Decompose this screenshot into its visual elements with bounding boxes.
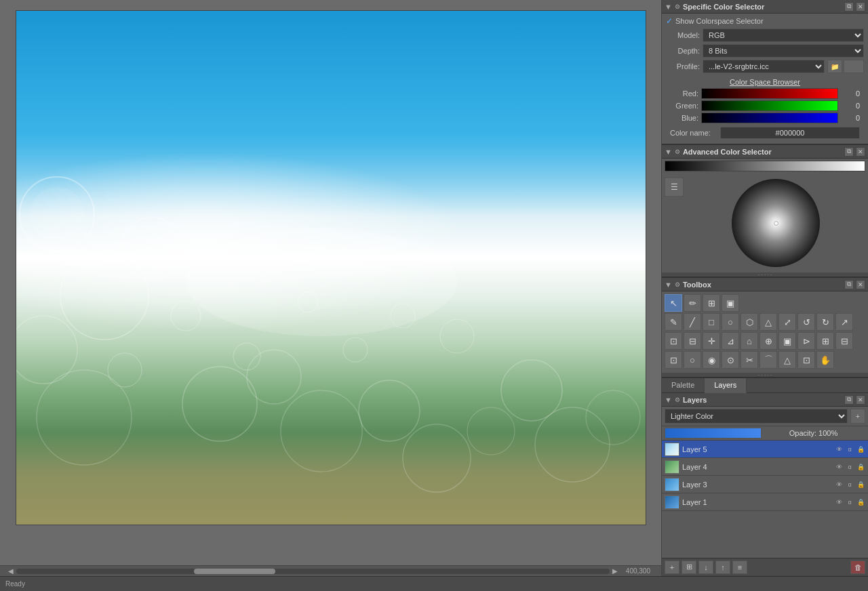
tool-eyedrop[interactable]: ⊟ (835, 332, 853, 350)
tool-curve[interactable]: ↺ (797, 313, 815, 331)
layer-item[interactable]: Layer 5 👁 α 🔒 (662, 441, 868, 458)
layer-4-alpha[interactable]: α (845, 462, 854, 472)
acs-color-wheel[interactable] (732, 179, 820, 267)
layers-down-btn[interactable]: ↓ (698, 561, 713, 574)
layer-5-visibility[interactable]: 👁 (834, 445, 844, 454)
acs-detach-btn[interactable]: ⧉ (844, 147, 854, 157)
tab-layers[interactable]: Layers (705, 378, 747, 393)
tool-fill[interactable]: ⌂ (741, 332, 758, 350)
toolbox-resize-handle[interactable]: · · · · · (662, 373, 868, 377)
layer-4-lock[interactable]: 🔒 (856, 462, 865, 472)
tool-freehand[interactable]: ⤢ (778, 313, 796, 331)
tool-paint[interactable]: ✏ (684, 294, 701, 312)
acs-resize-handle[interactable]: · · · · · (662, 272, 868, 277)
tool-pattern[interactable]: ▣ (722, 294, 739, 312)
tool-transform[interactable]: ⊿ (722, 332, 739, 350)
scs-collapse-btn[interactable]: ▼ (665, 3, 672, 11)
scs-close-btn[interactable]: ✕ (856, 2, 865, 12)
acs-gradient-bar[interactable] (665, 161, 865, 171)
layers-close-btn[interactable]: ✕ (856, 395, 865, 405)
tool-crop[interactable]: ⊞ (816, 332, 834, 350)
tool-ellipse[interactable]: ○ (722, 313, 739, 331)
layers-settings-btn[interactable]: ≡ (732, 561, 747, 574)
tool-smart-sel[interactable]: ✂ (741, 351, 758, 369)
tool-sel-ellipse[interactable]: ⊟ (684, 332, 701, 350)
show-colorspace-label[interactable]: Show Colorspace Selector (675, 17, 764, 25)
layer-1-visibility[interactable]: 👁 (834, 497, 844, 507)
layers-delete-btn[interactable]: 🗑 (850, 561, 865, 574)
tool-move[interactable]: ✛ (703, 332, 720, 350)
red-slider[interactable] (701, 88, 838, 99)
tool-zoom[interactable]: ⊳ (797, 332, 815, 350)
tool-line[interactable]: ╱ (684, 313, 701, 331)
tab-palette[interactable]: Palette (662, 378, 705, 392)
tool-arrow[interactable]: ↗ (835, 313, 853, 331)
acs-gear-icon[interactable]: ⚙ (675, 148, 680, 155)
layer-5-alpha[interactable]: α (845, 445, 854, 454)
toolbox-detach-btn[interactable]: ⧉ (844, 280, 854, 289)
layer-1-lock[interactable]: 🔒 (856, 497, 865, 507)
tool-scissors[interactable]: ⊙ (722, 351, 739, 369)
toolbox-collapse-btn[interactable]: ▼ (665, 281, 672, 289)
layers-panel-title: Layers (683, 396, 707, 404)
layers-mode-select[interactable]: Lighter Color Normal Multiply Screen (665, 409, 848, 424)
red-value: 0 (841, 89, 860, 98)
tool-text[interactable]: ⊡ (797, 351, 815, 369)
layer-3-visibility[interactable]: 👁 (834, 480, 844, 489)
tool-sel-rect[interactable]: ⊡ (665, 332, 682, 350)
layer-3-alpha[interactable]: α (845, 480, 854, 489)
tool-path[interactable]: △ (760, 313, 777, 331)
layers-up-btn[interactable]: ↑ (715, 561, 730, 574)
green-slider[interactable] (701, 100, 838, 111)
layers-mode-btn[interactable]: + (850, 409, 865, 424)
layers-collapse-btn[interactable]: ▼ (665, 396, 672, 404)
scroll-right-arrow[interactable]: ▶ (610, 567, 620, 575)
tool-hand[interactable]: ✋ (816, 351, 834, 369)
profile-select[interactable]: ...le-V2-srgbtrc.icc (703, 60, 825, 73)
scroll-track[interactable] (16, 569, 610, 574)
tool-rect[interactable]: □ (703, 313, 720, 331)
canvas-image[interactable] (16, 10, 646, 525)
horizontal-scrollbar[interactable]: ◀ ▶ 400,300 (0, 565, 661, 576)
model-select[interactable]: RGB CMYK HSV (703, 28, 864, 42)
acs-collapse-btn[interactable]: ▼ (665, 148, 672, 156)
layers-gear-icon[interactable]: ⚙ (675, 396, 680, 403)
scs-detach-btn[interactable]: ⧉ (844, 2, 854, 12)
tool-gradient[interactable]: ⊕ (760, 332, 777, 350)
tool-path-sel[interactable]: ○ (684, 351, 701, 369)
tool-pencil[interactable]: ✎ (665, 313, 682, 331)
layers-group-btn[interactable]: ⊞ (682, 561, 696, 574)
acs-options-btn[interactable]: ☰ (665, 178, 684, 197)
layer-item[interactable]: Layer 4 👁 α 🔒 (662, 458, 868, 476)
profile-extra-btn[interactable] (844, 60, 864, 73)
layer-item[interactable]: Layer 1 👁 α 🔒 (662, 493, 868, 511)
opacity-bar[interactable] (665, 428, 762, 439)
tool-select[interactable]: ↖ (665, 294, 682, 312)
tool-polygon[interactable]: ⬡ (741, 313, 758, 331)
tool-grid[interactable]: ⊞ (703, 294, 720, 312)
toolbox-gear-icon[interactable]: ⚙ (675, 281, 680, 288)
layer-item[interactable]: Layer 3 👁 α 🔒 (662, 476, 868, 493)
tool-arc[interactable]: ↻ (816, 313, 834, 331)
tool-measure[interactable]: △ (778, 351, 796, 369)
scroll-left-arrow[interactable]: ◀ (5, 567, 16, 575)
toolbox-close-btn[interactable]: ✕ (856, 280, 865, 289)
color-name-input[interactable] (720, 127, 860, 139)
depth-select[interactable]: 8 Bits 16 Bits (703, 44, 864, 58)
layer-4-visibility[interactable]: 👁 (834, 462, 844, 472)
profile-folder-btn[interactable]: 📁 (827, 60, 842, 73)
layer-1-alpha[interactable]: α (845, 497, 854, 507)
tool-contiguous[interactable]: ⌒ (760, 351, 777, 369)
tool-deform[interactable]: ⊡ (665, 351, 682, 369)
layers-detach-btn[interactable]: ⧉ (844, 395, 854, 405)
acs-close-btn[interactable]: ✕ (856, 147, 865, 157)
scroll-thumb[interactable] (194, 569, 275, 574)
layer-3-lock[interactable]: 🔒 (856, 480, 865, 489)
layer-5-lock[interactable]: 🔒 (856, 445, 865, 454)
acs-color-dot[interactable] (774, 221, 778, 226)
blue-slider[interactable] (701, 113, 838, 123)
layers-add-btn[interactable]: + (665, 561, 679, 574)
scs-gear-icon[interactable]: ⚙ (675, 3, 680, 10)
tool-eraser[interactable]: ▣ (778, 332, 796, 350)
tool-node[interactable]: ◉ (703, 351, 720, 369)
